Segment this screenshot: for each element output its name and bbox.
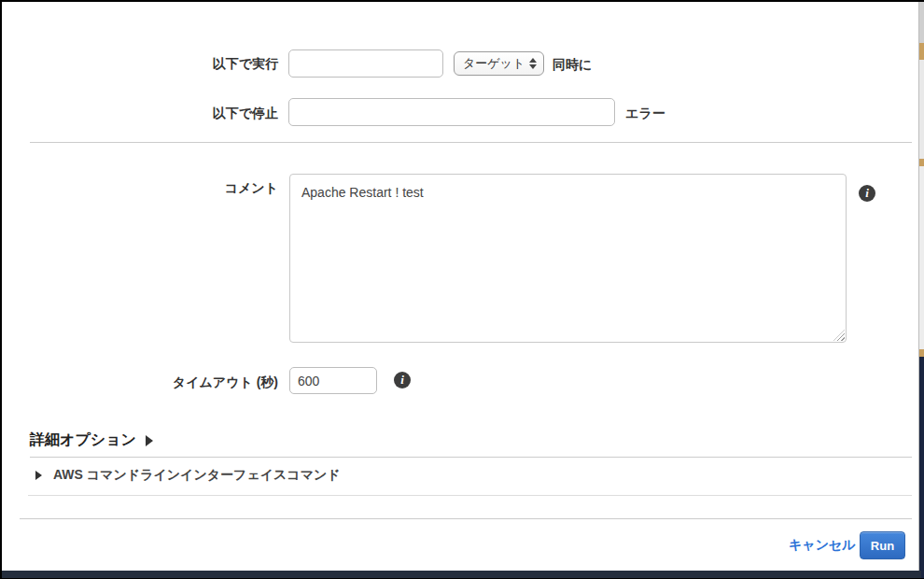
advanced-options-label: 詳細オプション xyxy=(30,431,136,450)
timeout-info-icon[interactable]: i xyxy=(394,372,411,388)
error-suffix-label: エラー xyxy=(625,106,665,122)
cli-command-label: AWS コマンドラインインターフェイスコマンド xyxy=(53,467,341,484)
stop-after-count-input[interactable] xyxy=(288,98,615,126)
select-arrows-icon xyxy=(529,58,537,69)
stop-after-label: 以下で停止 xyxy=(2,105,278,121)
timeout-label: タイムアウト (秒) xyxy=(2,374,278,390)
cancel-button[interactable]: キャンセル xyxy=(789,537,856,554)
concurrency-suffix-label: 同時に xyxy=(553,57,592,74)
advanced-options-toggle[interactable]: 詳細オプション xyxy=(30,431,153,450)
target-select-value: ターゲット xyxy=(463,55,525,72)
disclosure-triangle-icon xyxy=(146,435,153,446)
console-footer-bar xyxy=(2,571,921,578)
background-page-sliver xyxy=(919,2,924,578)
run-button[interactable]: Run xyxy=(860,531,905,559)
comment-textarea[interactable]: Apache Restart ! test xyxy=(289,174,847,343)
run-on-label: 以下で実行 xyxy=(2,55,278,72)
run-command-dialog: 以下で実行 ターゲット 同時に 以下で停止 エラー コメント Apache Re… xyxy=(0,0,924,579)
divider xyxy=(20,518,912,519)
timeout-input[interactable] xyxy=(289,367,377,394)
cli-command-toggle[interactable]: AWS コマンドラインインターフェイスコマンド xyxy=(35,467,341,484)
divider xyxy=(28,495,912,496)
comment-label: コメント xyxy=(2,179,278,196)
divider xyxy=(30,457,912,458)
divider xyxy=(30,142,912,143)
target-select[interactable]: ターゲット xyxy=(454,51,544,76)
comment-info-icon[interactable]: i xyxy=(859,185,875,202)
disclosure-triangle-icon xyxy=(35,471,42,480)
run-on-count-input[interactable] xyxy=(288,49,443,78)
